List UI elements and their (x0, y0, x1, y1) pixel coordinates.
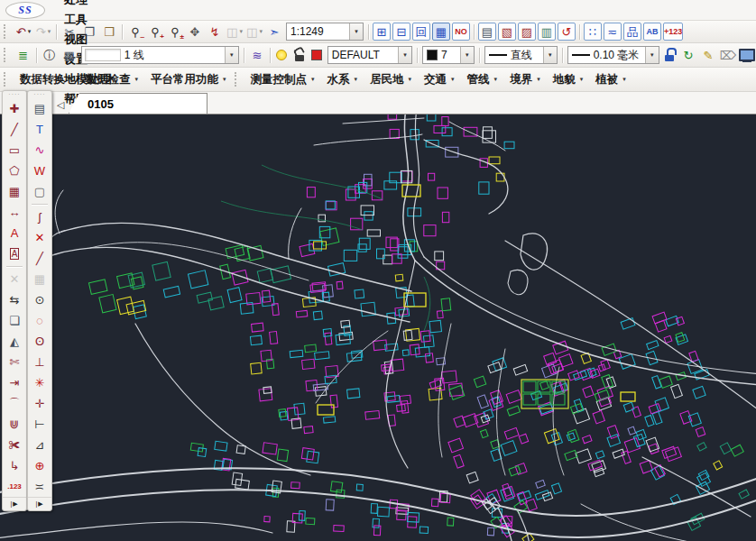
toolbar-handle[interactable] (4, 24, 12, 39)
fly-zoom-button[interactable]: ➣ (265, 23, 283, 41)
contour-tool-button[interactable]: ▥ (538, 23, 556, 41)
dashed-circle-button[interactable]: ◌ (28, 310, 51, 331)
menu-data-convert[interactable]: 数据转换▾ (14, 69, 79, 89)
copy-object-button[interactable]: ❏ (3, 310, 26, 331)
measure-distance-button[interactable]: ↔ (3, 202, 26, 223)
toolbar-expand-button[interactable]: |▶ (28, 497, 51, 509)
align-dim-button[interactable]: ≍ (28, 476, 51, 497)
cut-button[interactable]: ✂ (60, 23, 78, 41)
info-button[interactable]: ⓘ (41, 46, 59, 64)
circle-center-button[interactable]: ⊙ (28, 289, 51, 310)
loop-tool-button[interactable]: ↺ (558, 23, 576, 41)
toolbar-handle[interactable] (4, 72, 12, 87)
zoom-out-button[interactable]: ⚲‒ (126, 23, 144, 41)
menu-control-points[interactable]: 测量控制点▾ (244, 69, 321, 89)
point-style-button[interactable]: ∷ (584, 23, 602, 41)
symbol-preview-button[interactable]: ▩ (60, 46, 78, 64)
clean-button[interactable]: ⌦ (719, 46, 737, 64)
layer-manager-button[interactable]: ≋ (248, 46, 266, 64)
dynamic-zoom-button[interactable]: ↯ (206, 23, 224, 41)
dropdown-caret-icon[interactable]: ▾ (543, 47, 557, 63)
dropdown-caret-icon[interactable]: ▾ (225, 47, 238, 63)
cross-node-button[interactable]: ✛ (28, 393, 51, 414)
squiggle-button[interactable]: ∿ (28, 140, 51, 160)
draw-line-button[interactable]: ╱ (3, 119, 26, 140)
entity-list-button[interactable]: ≣ (14, 46, 32, 64)
toolbar-handle[interactable] (235, 72, 243, 87)
zoom-in-button[interactable]: ⚲+ (146, 23, 164, 41)
draw-rect-button[interactable]: ▭ (3, 140, 26, 160)
menu-pipeline[interactable]: 管线▾ (461, 69, 504, 89)
extend-button[interactable]: ⇥ (3, 372, 26, 393)
smooth-line-button[interactable]: ≂ (604, 23, 622, 41)
layer-on-toggle[interactable] (274, 46, 290, 64)
menu-landform[interactable]: 地貌▾ (547, 69, 590, 89)
scale-combo[interactable]: 1:1249▾ (286, 23, 364, 41)
lock-layer-button[interactable] (662, 46, 678, 64)
target-button[interactable]: ⊕ (28, 455, 51, 476)
toolbar-handle[interactable]: ···· (28, 92, 51, 98)
node-line-button[interactable]: ╱ (28, 248, 51, 269)
zoom-scale-button[interactable]: ⚲± (166, 23, 184, 41)
layer-unlock-toggle[interactable] (291, 46, 307, 64)
edit-attributes-button[interactable]: ✎ (699, 46, 717, 64)
layer-color-swatch[interactable] (309, 46, 324, 64)
copy-button[interactable]: ❐ (80, 23, 98, 41)
layer-combo[interactable]: DEFAULT▾ (327, 46, 412, 64)
text-button[interactable]: A (3, 223, 26, 243)
text-edit-button[interactable]: A (3, 243, 26, 264)
tab-0105[interactable]: 0105 (69, 93, 207, 114)
menu-water[interactable]: 水系▾ (321, 69, 364, 89)
grid-toggle-button[interactable]: ▦ (432, 23, 450, 41)
undo-button[interactable]: ↶▾ (14, 23, 32, 41)
menu-traffic[interactable]: 交通▾ (418, 69, 461, 89)
hatch-button[interactable]: ▦ (3, 181, 26, 202)
offset-button[interactable]: ↳ (3, 455, 26, 476)
perpendicular-button[interactable]: ⊥ (28, 352, 51, 372)
dashed-rect-button[interactable]: ▢ (28, 181, 51, 202)
mirror-button[interactable]: ◭ (3, 331, 26, 352)
text-tool-button[interactable]: T (28, 119, 51, 140)
lineweight-combo[interactable]: 0.10 毫米▾ (567, 46, 659, 64)
w-symbol-button[interactable]: W (28, 160, 51, 181)
paste-button[interactable]: ❒ (100, 23, 118, 41)
display-settings-button[interactable] (739, 46, 755, 64)
arc-edit-button[interactable]: ⌒ (3, 393, 26, 414)
profile-tool-button[interactable]: ▤ (478, 23, 496, 41)
draw-polygon-button[interactable]: ⬠ (3, 160, 26, 181)
menu-data-check[interactable]: 数据检查▾ (79, 69, 145, 89)
pan-button[interactable]: ✥ (186, 23, 204, 41)
tab-back-icon[interactable]: ◁ (52, 99, 69, 114)
lasso-circle-button[interactable]: ʘ (28, 331, 51, 352)
star-point-button[interactable]: ✳ (28, 372, 51, 393)
break-node-button[interactable]: ✕ (28, 227, 51, 248)
menu-platform-functions[interactable]: 平台常用功能▾ (144, 69, 233, 89)
color-combo[interactable]: 7▾ (422, 46, 475, 64)
menu-vegetation[interactable]: 植被▾ (589, 69, 632, 89)
polyline-edit-button[interactable]: ⋓ (3, 414, 26, 435)
zoom-extents-button[interactable]: ⊞ (373, 23, 391, 41)
section-tool-button[interactable]: ▧ (498, 23, 516, 41)
move-button[interactable]: ⇆ (3, 289, 26, 310)
text-style-button[interactable]: AB (643, 23, 661, 41)
zoom-object-button[interactable]: ⊟ (392, 23, 410, 41)
refresh-button[interactable]: ↻ (679, 46, 697, 64)
toolbar-expand-button[interactable]: |▶ (3, 497, 26, 509)
trim-button[interactable]: ✄ (3, 352, 26, 372)
window-frame-button[interactable]: 回 (412, 23, 430, 41)
node-curve-button[interactable]: ʃ (28, 206, 51, 227)
toolbar-handle[interactable]: ···· (3, 92, 26, 98)
number-list-button[interactable]: .123 (3, 476, 26, 497)
drawing-canvas[interactable] (0, 115, 756, 541)
toolbar-handle[interactable] (4, 48, 12, 62)
slope-tool-button[interactable]: ▨ (518, 23, 536, 41)
menu-item-4[interactable]: 处理 (52, 0, 123, 10)
linetype-combo[interactable]: 直线▾ (484, 46, 558, 64)
plot-point-button[interactable]: ✚ (3, 98, 26, 119)
no-toggle-button[interactable]: NO (452, 23, 470, 41)
code-combo[interactable]: 1 线▾ (81, 46, 239, 64)
dropdown-caret-icon[interactable]: ▾ (460, 47, 474, 63)
angle-dim-button[interactable]: ⊿ (28, 435, 51, 455)
menu-boundary[interactable]: 境界▾ (503, 69, 547, 89)
notebook-button[interactable]: ▤ (28, 98, 51, 119)
